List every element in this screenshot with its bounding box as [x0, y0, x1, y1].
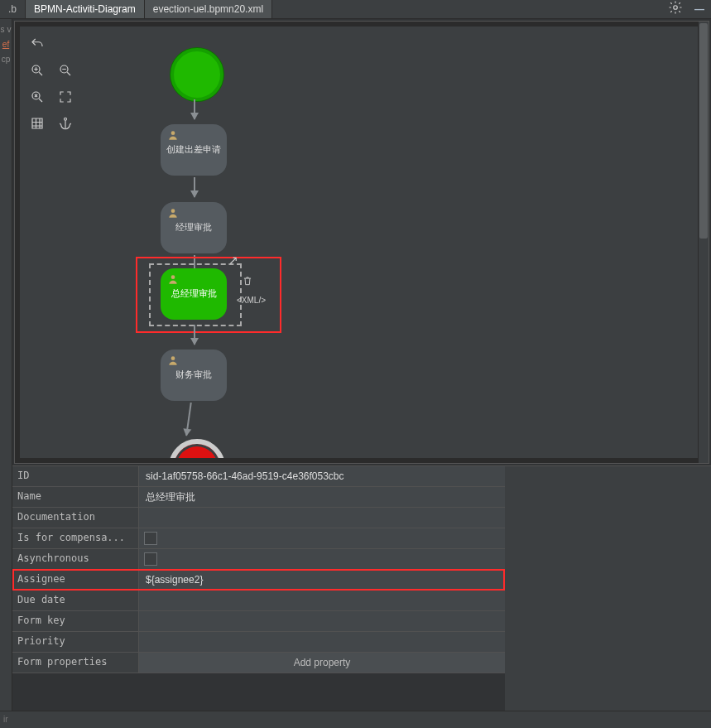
scrollbar-vertical[interactable]: [698, 22, 709, 463]
trash-icon[interactable]: [242, 275, 253, 292]
prop-label: Documentation: [12, 508, 139, 528]
prop-name-value[interactable]: [139, 487, 505, 507]
undo-icon[interactable]: [26, 33, 48, 55]
svg-point-5: [171, 131, 175, 135]
zoom-fit-icon[interactable]: [26, 86, 48, 108]
status-text: ir: [3, 714, 8, 726]
user-icon: [167, 273, 179, 288]
svg-point-4: [65, 118, 67, 120]
end-event[interactable]: [169, 439, 225, 458]
task-label: 总经理审批: [171, 287, 217, 300]
prop-due-date-input[interactable]: [144, 593, 500, 609]
xml-action[interactable]: <XML/>: [237, 295, 266, 306]
prop-documentation-input[interactable]: [144, 510, 500, 526]
title-bar: .b BPMN-Activiti-Diagram evection-uel.bp…: [0, 0, 711, 19]
task-label: 财务审批: [175, 369, 212, 381]
prop-row-compensation: Is for compensa...: [12, 528, 505, 549]
prop-label: Due date: [12, 591, 139, 610]
prop-assignee-input[interactable]: [144, 572, 500, 588]
prop-due-date-value[interactable]: [139, 591, 505, 610]
prop-priority-value[interactable]: [139, 632, 505, 652]
task-finance-approval[interactable]: 财务审批: [161, 350, 227, 401]
gear-icon[interactable]: [663, 0, 688, 18]
svg-point-0: [674, 5, 678, 9]
tab-bpmn-diagram[interactable]: BPMN-Activiti-Diagram: [26, 0, 145, 18]
prop-id-value[interactable]: [139, 466, 505, 486]
prop-label: Is for compensa...: [12, 528, 139, 548]
add-property-button[interactable]: Add property: [139, 653, 505, 673]
prop-form-key-input[interactable]: [144, 614, 500, 629]
gutter-label-2: ef: [2, 39, 9, 51]
task-general-manager-approval[interactable]: 总经理审批: [161, 268, 227, 320]
fullscreen-icon[interactable]: [55, 86, 76, 108]
prop-documentation-value[interactable]: [139, 508, 505, 528]
gutter-label-3: cp: [2, 54, 11, 65]
prop-row-documentation: Documentation: [12, 508, 505, 528]
prop-label: ID: [12, 466, 139, 486]
grid-icon[interactable]: [26, 113, 48, 134]
task-create-evection[interactable]: 创建出差申请: [161, 124, 227, 176]
compensation-checkbox[interactable]: [144, 532, 157, 545]
minimize-icon[interactable]: —: [688, 2, 711, 17]
prop-row-due-date: Due date: [12, 591, 505, 611]
prop-row-name: Name: [12, 487, 505, 508]
tab-file[interactable]: evection-uel.bpmn20.xml: [145, 0, 272, 18]
prop-row-asynchronous: Asynchronous: [12, 549, 505, 570]
zoom-out-icon[interactable]: [55, 60, 76, 81]
left-gutter: s v ef cp: [0, 19, 12, 711]
task-label: 经理审批: [175, 221, 212, 234]
prop-row-id: ID: [12, 466, 505, 487]
user-icon: [167, 129, 179, 144]
prop-label: Name: [12, 487, 139, 507]
status-bar: ir: [0, 711, 711, 728]
prop-row-assignee: Assignee: [12, 570, 505, 591]
prop-id-input[interactable]: [144, 469, 500, 485]
scrollbar-thumb[interactable]: [699, 23, 708, 239]
prop-label: Assignee: [12, 570, 139, 590]
prop-compensation-value[interactable]: [139, 528, 505, 548]
prop-assignee-value[interactable]: [139, 570, 505, 590]
user-icon: [167, 354, 179, 369]
prop-label: Form key: [12, 611, 139, 631]
prop-label: Asynchronous: [12, 549, 139, 569]
prop-label: Priority: [12, 632, 139, 652]
user-icon: [167, 207, 179, 222]
svg-point-6: [171, 209, 175, 213]
prop-asynchronous-value[interactable]: [139, 549, 505, 569]
diagram-toolbox: [26, 33, 78, 134]
task-manager-approval[interactable]: 经理审批: [161, 202, 227, 253]
asynchronous-checkbox[interactable]: [144, 552, 157, 566]
gutter-label-1: s v: [1, 24, 12, 36]
task-label: 创建出差申请: [166, 143, 221, 156]
prop-priority-input[interactable]: [144, 634, 500, 650]
prop-row-form-properties: Form properties Add property: [12, 653, 505, 673]
diagram-canvas[interactable]: 创建出差申请 经理审批 ↗ 总经理审批: [14, 21, 709, 464]
svg-point-8: [171, 356, 175, 360]
properties-panel: ID Name Documentation Is for compensa...: [12, 465, 711, 711]
tab-fragment[interactable]: .b: [0, 0, 26, 18]
start-event[interactable]: [171, 48, 223, 101]
resize-handle-icon[interactable]: ↗: [228, 253, 238, 269]
properties-right-pane: [505, 466, 711, 711]
svg-point-7: [171, 275, 175, 279]
prop-row-form-key: Form key: [12, 611, 505, 632]
prop-label: Form properties: [12, 653, 139, 673]
prop-form-key-value[interactable]: [139, 611, 505, 631]
prop-name-input[interactable]: [144, 489, 500, 505]
zoom-in-icon[interactable]: [26, 60, 48, 81]
anchor-icon[interactable]: [55, 113, 76, 134]
prop-row-priority: Priority: [12, 632, 505, 653]
